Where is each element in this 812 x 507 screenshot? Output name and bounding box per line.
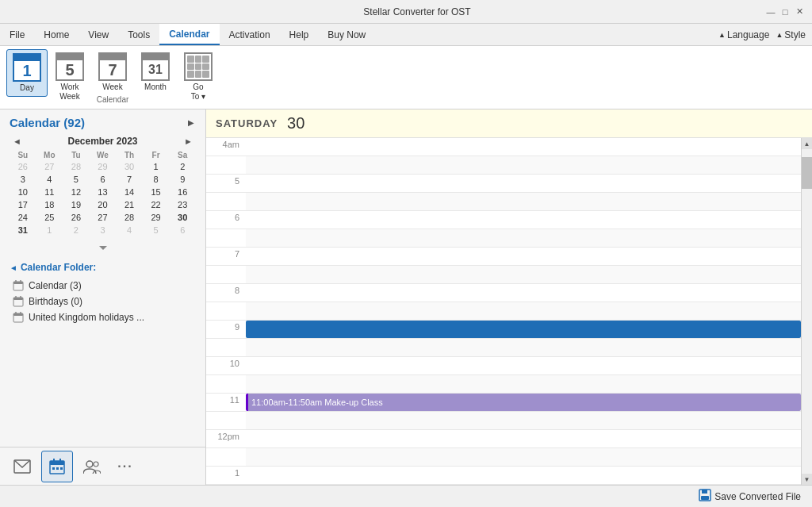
time-cell-630[interactable] xyxy=(246,229,801,247)
cal-day[interactable]: 1 xyxy=(143,160,170,173)
cal-day[interactable]: 6 xyxy=(169,224,196,236)
cal-day[interactable]: 21 xyxy=(116,198,143,211)
event-makeup-class[interactable]: 11:00am-11:50am Make-up Class xyxy=(246,394,801,411)
cal-day[interactable]: 6 xyxy=(90,173,117,186)
menu-file[interactable]: File xyxy=(0,24,34,45)
cal-day[interactable]: 7 xyxy=(116,173,143,186)
time-cell-9am[interactable] xyxy=(246,321,801,338)
time-cell-12pm[interactable] xyxy=(246,430,801,447)
cal-day[interactable]: 5 xyxy=(63,173,90,186)
nav-calendar-button[interactable] xyxy=(41,451,73,482)
cal-day[interactable]: 8 xyxy=(143,173,170,186)
menu-help[interactable]: Help xyxy=(280,24,319,45)
cal-day[interactable]: 28 xyxy=(116,211,143,224)
time-cell-830[interactable] xyxy=(246,302,801,320)
menu-calendar[interactable]: Calendar xyxy=(159,24,219,45)
sidebar-collapse-btn[interactable]: ▶ xyxy=(186,118,196,128)
menu-view[interactable]: View xyxy=(79,24,118,45)
folder-uk-holidays[interactable]: United Kingdom holidays ... xyxy=(10,309,196,325)
time-cell-930[interactable] xyxy=(246,339,801,356)
cal-day[interactable]: 2 xyxy=(63,224,90,236)
ribbon-week-button[interactable]: 7 Week xyxy=(92,49,133,97)
cal-scroll-up[interactable]: ▲ xyxy=(802,138,812,149)
save-converted-file-button[interactable]: Save Converted File xyxy=(694,487,806,505)
time-cell-6am[interactable] xyxy=(246,211,801,229)
mini-cal-next[interactable]: ► xyxy=(181,136,196,147)
ribbon-month-button[interactable]: 31 Month xyxy=(135,49,176,97)
cal-day[interactable]: 20 xyxy=(90,198,117,211)
cal-day[interactable]: 16 xyxy=(169,186,196,198)
cal-day[interactable]: 3 xyxy=(10,173,36,186)
menu-home[interactable]: Home xyxy=(34,24,79,45)
bottom-nav: ··· xyxy=(0,447,205,485)
language-menu[interactable]: ▲ Language xyxy=(718,29,769,40)
folder-calendar[interactable]: Calendar (3) xyxy=(10,278,196,294)
ribbon-work-week-button[interactable]: 5 WorkWeek xyxy=(49,49,90,105)
time-cell-10am[interactable] xyxy=(246,357,801,374)
folder-birthdays[interactable]: Birthdays (0) xyxy=(10,294,196,309)
cal-day[interactable]: 15 xyxy=(143,186,170,198)
nav-mail-button[interactable] xyxy=(6,451,38,482)
time-cell-730[interactable] xyxy=(246,266,801,283)
nav-people-button[interactable] xyxy=(76,451,108,482)
cal-day[interactable]: 22 xyxy=(143,198,170,211)
cal-day[interactable]: 26 xyxy=(63,211,90,224)
time-cell-530[interactable] xyxy=(246,193,801,210)
ribbon-goto-button[interactable]: GoTo ▾ xyxy=(178,49,219,105)
cal-day[interactable]: 23 xyxy=(169,198,196,211)
cal-day[interactable]: 28 xyxy=(63,160,90,173)
time-cell-1pm[interactable] xyxy=(246,467,801,484)
close-button[interactable]: ✕ xyxy=(793,6,806,18)
cal-scroll-down[interactable]: ▼ xyxy=(802,474,812,485)
time-cell-7am[interactable] xyxy=(246,248,801,265)
mini-cal-prev[interactable]: ◄ xyxy=(10,136,25,147)
cal-day[interactable]: 14 xyxy=(116,186,143,198)
cal-day[interactable]: 5 xyxy=(143,224,170,236)
ribbon-day-button[interactable]: 1 Day xyxy=(6,49,48,97)
cal-day[interactable]: 29 xyxy=(143,211,170,224)
cal-day[interactable]: 27 xyxy=(90,211,117,224)
cal-scrollbar-thumb[interactable] xyxy=(802,157,812,189)
cal-day[interactable]: 27 xyxy=(36,160,63,173)
style-menu[interactable]: ▲ Style xyxy=(776,29,806,40)
cal-day[interactable]: 11 xyxy=(36,186,63,198)
time-row-1230 xyxy=(206,448,801,467)
menu-activation[interactable]: Activation xyxy=(220,24,280,45)
cal-day[interactable]: 18 xyxy=(36,198,63,211)
menu-tools[interactable]: Tools xyxy=(118,24,159,45)
cal-day[interactable]: 2 xyxy=(169,160,196,173)
minimize-button[interactable]: — xyxy=(764,6,777,18)
cal-day[interactable]: 31 xyxy=(10,224,36,236)
cal-day[interactable]: 19 xyxy=(63,198,90,211)
time-cell-1030[interactable] xyxy=(246,375,801,393)
cal-day[interactable]: 10 xyxy=(10,186,36,198)
cal-scroll-area[interactable]: 4am 5 xyxy=(206,138,801,485)
time-cell-4am[interactable] xyxy=(246,138,801,156)
cal-day[interactable]: 9 xyxy=(169,173,196,186)
time-cell-8am[interactable] xyxy=(246,284,801,302)
sidebar-scroll-down[interactable] xyxy=(0,240,205,255)
cal-day[interactable]: 4 xyxy=(116,224,143,236)
cal-day[interactable]: 25 xyxy=(36,211,63,224)
cal-day[interactable]: 1 xyxy=(36,224,63,236)
cal-day[interactable]: 3 xyxy=(90,224,117,236)
cal-day[interactable]: 17 xyxy=(10,198,36,211)
cal-day[interactable]: 30 xyxy=(116,160,143,173)
cal-day[interactable]: 12 xyxy=(63,186,90,198)
time-cell-430[interactable] xyxy=(246,156,801,174)
menu-buy-now[interactable]: Buy Now xyxy=(318,24,375,45)
cal-day[interactable]: 13 xyxy=(90,186,117,198)
day-icon-num: 1 xyxy=(14,61,40,80)
time-cell-11am[interactable]: 11:00am-11:50am Make-up Class xyxy=(246,394,801,411)
event-blue[interactable] xyxy=(246,321,801,338)
cal-day[interactable]: 26 xyxy=(10,160,36,173)
time-cell-1230[interactable] xyxy=(246,448,801,466)
maximize-button[interactable]: □ xyxy=(779,6,791,18)
cal-day[interactable]: 29 xyxy=(90,160,117,173)
cal-day[interactable]: 24 xyxy=(10,211,36,224)
time-cell-5am[interactable] xyxy=(246,175,801,192)
time-cell-1130[interactable] xyxy=(246,412,801,429)
cal-day[interactable]: 30 xyxy=(169,211,196,224)
cal-day[interactable]: 4 xyxy=(36,173,63,186)
nav-more-button[interactable]: ··· xyxy=(111,452,140,481)
